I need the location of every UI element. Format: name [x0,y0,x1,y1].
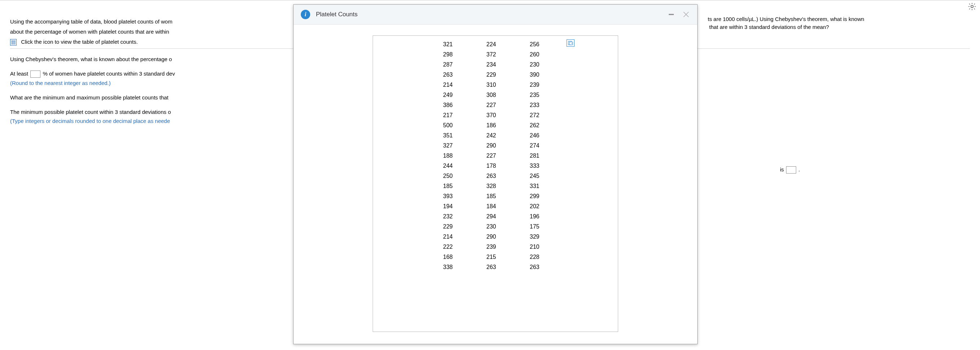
table-row: 229230175 [373,222,618,232]
settings-gear-icon[interactable] [967,2,977,11]
table-cell: 227 [487,100,504,110]
table-cell: 239 [487,242,504,252]
table-cell: 250 [443,171,461,181]
table-cell: 249 [443,90,461,100]
table-cell: 390 [530,70,548,80]
table-cell: 328 [487,181,504,191]
table-cell: 263 [487,262,504,272]
table-cell: 245 [530,171,548,181]
table-cell: 233 [530,100,548,110]
table-row: 263229390 [373,70,618,80]
table-cell: 202 [530,201,548,211]
table-cell: 310 [487,80,504,90]
table-cell: 217 [443,110,461,120]
table-cell: 308 [487,90,504,100]
table-cell: 372 [487,50,504,60]
max-value-input[interactable] [786,166,796,174]
table-cell: 246 [530,131,548,141]
table-cell: 263 [443,70,461,80]
table-cell: 290 [487,141,504,151]
table-cell: 338 [443,262,461,272]
svg-point-0 [971,5,973,8]
table-cell: 194 [443,201,461,211]
copy-data-icon[interactable] [566,39,574,46]
svg-point-11 [572,43,572,44]
table-cell: 290 [487,232,504,242]
table-cell: 196 [530,211,548,222]
table-row: 214290329 [373,232,618,242]
table-row: 249308235 [373,90,618,100]
table-cell: 256 [530,39,548,50]
table-cell: 229 [443,222,461,232]
table-cell: 235 [530,90,548,100]
table-cell: 188 [443,151,461,161]
question-text-line2: about the percentage of women with plate… [10,29,169,35]
modal-title: Platelet Counts [316,11,660,18]
view-table-link[interactable]: Click the icon to view the table of plat… [21,39,138,45]
table-cell: 168 [443,252,461,262]
table-cell: 229 [487,70,504,80]
table-row: 327290274 [373,141,618,151]
answer-2-period: . [799,166,800,173]
table-cell: 370 [487,110,504,120]
table-cell: 351 [443,131,461,141]
table-row: 351242246 [373,131,618,141]
close-icon[interactable] [682,11,690,18]
table-cell: 227 [487,151,504,161]
table-cell: 222 [443,242,461,252]
table-cell: 228 [530,252,548,262]
table-cell: 244 [443,161,461,171]
table-cell: 178 [487,161,504,171]
table-cell: 260 [530,50,548,60]
table-cell: 321 [443,39,461,50]
question-text-line1: Using the accompanying table of data, bl… [10,18,172,25]
question-text-right-1: ts are 1000 cells/µL.) Using Chebyshev's… [708,15,975,23]
table-row: 232294196 [373,211,618,222]
percentage-input[interactable] [30,70,40,78]
table-cell: 393 [443,191,461,201]
table-cell: 329 [530,232,548,242]
table-cell: 214 [443,80,461,90]
table-row: 188227281 [373,151,618,161]
table-icon[interactable] [10,39,17,46]
table-cell: 274 [530,141,548,151]
info-icon: i [301,10,310,19]
svg-rect-1 [11,40,16,45]
table-cell: 175 [530,222,548,232]
table-cell: 214 [443,232,461,242]
table-cell: 331 [530,181,548,191]
table-row: 222239210 [373,242,618,252]
table-row: 185328331 [373,181,618,191]
table-row: 287234230 [373,60,618,70]
table-cell: 230 [487,222,504,232]
table-cell: 294 [487,211,504,222]
table-cell: 234 [487,60,504,70]
table-cell: 242 [487,131,504,141]
table-cell: 327 [443,141,461,151]
table-cell: 287 [443,60,461,70]
table-row: 298372260 [373,50,618,60]
table-row: 194184202 [373,201,618,211]
table-cell: 215 [487,252,504,262]
table-cell: 210 [530,242,548,252]
table-cell: 232 [443,211,461,222]
answer-2-is: is [780,166,784,173]
table-cell: 184 [487,201,504,211]
table-cell: 500 [443,120,461,131]
answer-prefix: At least [10,70,28,77]
table-cell: 239 [530,80,548,90]
table-row: 244178333 [373,161,618,171]
table-cell: 230 [530,60,548,70]
table-cell: 298 [443,50,461,60]
answer-suffix: % of women have platelet counts within 3… [43,70,175,77]
table-row: 393185299 [373,191,618,201]
table-cell: 263 [487,171,504,181]
table-row: 214310239 [373,80,618,90]
minimize-icon[interactable] [668,11,675,18]
table-cell: 185 [443,181,461,191]
table-cell: 299 [530,191,548,201]
table-cell: 263 [530,262,548,272]
table-row: 321224256 [373,39,618,50]
table-cell: 185 [487,191,504,201]
table-row: 500186262 [373,120,618,131]
